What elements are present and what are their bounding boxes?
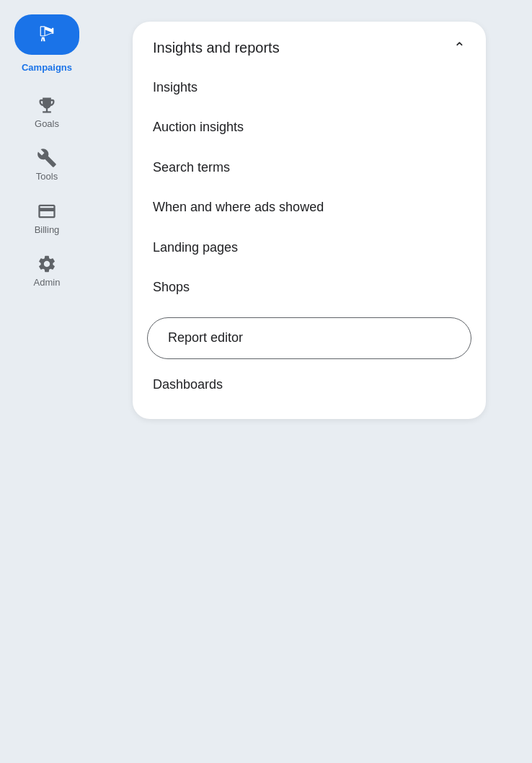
menu-item-insights[interactable]: Insights xyxy=(133,68,486,107)
menu-item-search-terms[interactable]: Search terms xyxy=(133,148,486,188)
tools-label: Tools xyxy=(36,171,58,182)
insights-reports-dropdown: Insights and reports ⌃ InsightsAuction i… xyxy=(133,22,486,419)
menu-items-container: InsightsAuction insightsSearch termsWhen… xyxy=(133,68,486,405)
sidebar-item-billing[interactable]: Billing xyxy=(11,195,83,242)
sidebar-item-campaigns[interactable]: Campaigns xyxy=(14,14,79,74)
goals-icon xyxy=(37,95,57,115)
admin-icon xyxy=(37,254,57,274)
menu-item-dashboards[interactable]: Dashboards xyxy=(133,365,486,405)
dropdown-header[interactable]: Insights and reports ⌃ xyxy=(133,39,486,68)
chevron-up-icon: ⌃ xyxy=(453,39,466,56)
campaigns-label: Campaigns xyxy=(22,62,72,74)
billing-icon xyxy=(37,201,57,221)
menu-item-when-and-where-ads-showed[interactable]: When and where ads showed xyxy=(133,188,486,227)
menu-item-shops[interactable]: Shops xyxy=(133,268,486,307)
admin-label: Admin xyxy=(34,277,61,288)
dropdown-header-title: Insights and reports xyxy=(153,40,280,56)
megaphone-icon xyxy=(37,25,57,45)
menu-item-report-editor[interactable]: Report editor xyxy=(147,317,471,358)
sidebar-item-goals[interactable]: Goals xyxy=(11,89,83,136)
tools-icon xyxy=(37,148,57,168)
sidebar: Campaigns Goals Tools Billing Admin xyxy=(0,0,94,763)
main-panel: Insights and reports ⌃ InsightsAuction i… xyxy=(94,0,532,763)
menu-item-landing-pages[interactable]: Landing pages xyxy=(133,228,486,268)
goals-label: Goals xyxy=(35,118,59,130)
sidebar-item-tools[interactable]: Tools xyxy=(11,142,83,188)
menu-item-auction-insights[interactable]: Auction insights xyxy=(133,107,486,147)
sidebar-item-admin[interactable]: Admin xyxy=(11,248,83,294)
billing-label: Billing xyxy=(35,224,60,236)
campaigns-icon-btn[interactable] xyxy=(14,14,79,55)
